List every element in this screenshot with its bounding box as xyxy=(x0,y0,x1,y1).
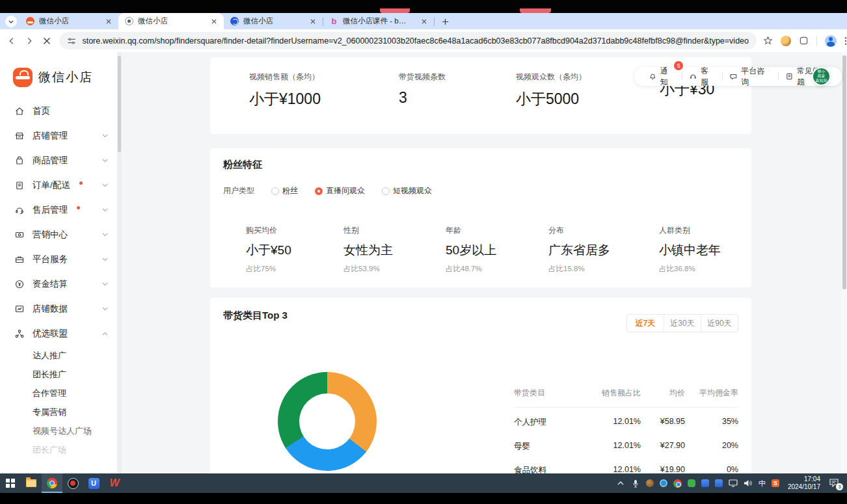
close-icon[interactable] xyxy=(308,17,317,26)
range-7d[interactable]: 近7天 xyxy=(627,315,664,332)
radio-fans[interactable]: 粉丝 xyxy=(271,185,298,196)
tray-app-icon[interactable] xyxy=(646,479,654,487)
notice-button[interactable]: 通知 5 xyxy=(642,66,682,88)
sidebar-item-orders[interactable]: 订单/配送 xyxy=(0,173,117,198)
tray-c-app-icon[interactable] xyxy=(701,479,709,487)
site-settings-icon[interactable] xyxy=(67,36,76,46)
section-title: 粉丝特征 xyxy=(223,159,262,171)
fan-value: 小于¥50 xyxy=(246,242,291,259)
back-icon[interactable] xyxy=(5,33,18,49)
sidebar-subitem-exclusive[interactable]: 专属营销 xyxy=(0,403,117,421)
start-button[interactable] xyxy=(0,473,21,493)
sidebar-item-label: 优选联盟 xyxy=(33,328,68,339)
bookmark-star-icon[interactable] xyxy=(763,36,773,46)
red-peek-tag xyxy=(520,8,551,13)
sogou-icon[interactable]: S xyxy=(772,479,779,487)
stat-label: 视频观众数（条均） xyxy=(516,72,586,83)
col-header: 平均佣金率 xyxy=(685,388,738,408)
recorder-button[interactable] xyxy=(62,473,83,493)
date-range-selector: 近7天 近30天 近90天 xyxy=(626,314,738,332)
cell-sales-pct: 12.01% xyxy=(574,432,641,456)
stat-video-sales: 视频销售额（条均） 小于¥1000 xyxy=(249,72,321,109)
url-text[interactable]: store.weixin.qq.com/shop/findersquare/fi… xyxy=(82,36,749,46)
browser-tab-4[interactable]: b 微信小店课件 - boardmix xyxy=(323,13,434,29)
col-header: 均价 xyxy=(641,388,685,408)
wechat-icon[interactable] xyxy=(688,479,695,487)
tab-search-chevron-icon[interactable] xyxy=(5,16,17,27)
sidebar-subitem-leader-promo[interactable]: 团长推广 xyxy=(0,365,117,384)
radio-short-video-viewers[interactable]: 短视频观众 xyxy=(382,185,432,196)
fan-stat-gender: 性别 女性为主 占比53.9% xyxy=(343,225,393,274)
tray-chrome-icon[interactable] xyxy=(673,479,682,488)
cell-commission: 20% xyxy=(685,432,738,456)
app-logo[interactable]: 微信小店 xyxy=(0,52,117,99)
radio-live-viewers[interactable]: 直播间观众 xyxy=(315,185,365,196)
browser-tab-3[interactable]: 微信小店 xyxy=(224,13,323,29)
address-bar[interactable]: store.weixin.qq.com/shop/findersquare/fi… xyxy=(59,32,757,49)
divider xyxy=(816,36,817,46)
sidebar-item-union[interactable]: 优选联盟 xyxy=(0,321,117,346)
radio-selected-icon[interactable] xyxy=(315,187,323,195)
fan-stat-region: 分布 广东省居多 占比15.8% xyxy=(548,225,610,274)
windows-logo-icon xyxy=(6,479,15,488)
range-90d[interactable]: 近90天 xyxy=(701,315,738,332)
page-scrollbar[interactable] xyxy=(842,52,847,473)
home-icon xyxy=(14,106,25,116)
new-tab-button[interactable] xyxy=(438,15,451,28)
tab-groups-icon[interactable] xyxy=(799,36,809,46)
shopping-bag-icon xyxy=(14,155,25,166)
radio-icon[interactable] xyxy=(382,187,390,195)
extension-icon[interactable] xyxy=(781,36,791,46)
ime-indicator[interactable]: 中 xyxy=(759,479,766,488)
page-scrollbar-thumb[interactable] xyxy=(842,55,846,289)
file-explorer-button[interactable] xyxy=(21,473,42,493)
taskbar-clock[interactable]: 17:04 2024/10/17 xyxy=(788,475,820,491)
sidebar-subitem-talent-promo[interactable]: 达人推广 xyxy=(0,346,117,365)
wechat-store-logo-icon xyxy=(13,68,33,87)
menu-dots-icon[interactable] xyxy=(844,36,847,46)
urlbar-actions xyxy=(763,35,847,47)
chrome-taskbar-button[interactable] xyxy=(42,473,62,493)
sidebar-item-aftersale[interactable]: 售后管理 xyxy=(0,198,117,222)
sidebar-subitem-cooperation[interactable]: 合作管理 xyxy=(0,384,117,403)
radio-icon[interactable] xyxy=(271,187,279,195)
sidebar-subitem-leader-square[interactable]: 团长广场 xyxy=(0,440,117,459)
col-header: 带货类目 xyxy=(514,388,574,408)
assistant-widget-badge[interactable]: 帮小 商家 真知局 xyxy=(812,67,831,86)
sidebar-scrollbar-thumb[interactable] xyxy=(118,56,121,152)
blue-favicon xyxy=(230,17,239,25)
platform-consult-button[interactable]: 平台咨询 xyxy=(723,66,778,88)
display-icon[interactable] xyxy=(729,479,738,488)
browser-tab-1[interactable]: 微信小店 xyxy=(20,13,118,29)
range-30d[interactable]: 近30天 xyxy=(664,315,701,332)
close-icon[interactable] xyxy=(420,17,429,26)
sidebar-item-marketing[interactable]: 营销中心 xyxy=(0,222,117,247)
sidebar-scrollbar[interactable] xyxy=(117,52,122,473)
volume-icon[interactable] xyxy=(744,479,753,488)
tray-expand-icon[interactable] xyxy=(616,479,625,488)
tray-c-app-icon[interactable] xyxy=(715,479,723,487)
user-type-filter: 用户类型 粉丝 直播间观众 短视频观众 xyxy=(223,185,432,196)
sidebar-item-label: 资金结算 xyxy=(33,278,68,290)
u-app-button[interactable]: U xyxy=(83,473,104,493)
notification-center-button[interactable]: 3 xyxy=(829,478,840,488)
sidebar-item-home[interactable]: 首页 xyxy=(0,99,117,124)
filter-label: 用户类型 xyxy=(223,185,254,196)
sidebar-item-settlement[interactable]: 资金结算 xyxy=(0,272,117,297)
sidebar-item-shop-data[interactable]: 店铺数据 xyxy=(0,297,117,321)
sidebar-item-product-mgmt[interactable]: 商品管理 xyxy=(0,148,117,173)
wps-button[interactable]: W xyxy=(104,473,125,493)
sidebar-item-shop-mgmt[interactable]: 店铺管理 xyxy=(0,124,117,148)
close-icon[interactable] xyxy=(104,17,113,26)
microphone-icon[interactable] xyxy=(631,479,640,488)
close-icon[interactable] xyxy=(209,17,219,26)
forward-icon[interactable] xyxy=(23,33,35,49)
customer-service-button[interactable]: 客服 xyxy=(682,66,722,88)
browser-tab-2-active[interactable]: 微信小店 xyxy=(118,13,224,29)
tray-app-icon[interactable] xyxy=(660,479,667,487)
chrome-icon xyxy=(47,478,57,488)
sidebar-subitem-talent-square[interactable]: 视频号达人广场 xyxy=(0,421,117,440)
stop-loading-icon[interactable] xyxy=(40,33,53,49)
sidebar-item-platform[interactable]: 平台服务 xyxy=(0,247,117,272)
profile-avatar[interactable] xyxy=(825,35,837,47)
